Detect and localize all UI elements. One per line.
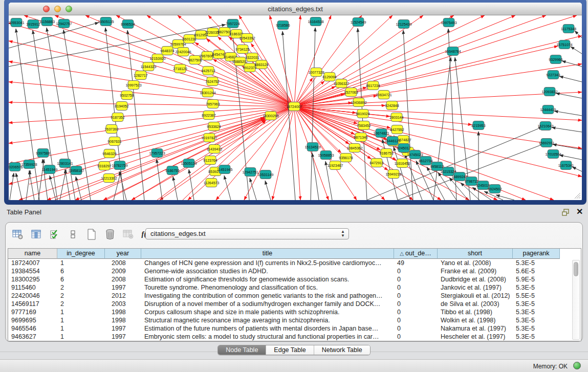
graph-node[interactable]: 15751074	[556, 40, 572, 49]
vertical-scrollbar[interactable]	[572, 260, 580, 340]
graph-node[interactable]: 7583452	[357, 121, 371, 130]
graph-node[interactable]: 18301244	[200, 89, 215, 97]
graph-node[interactable]: 9187352	[111, 113, 124, 122]
graph-node[interactable]: 15058853	[318, 151, 334, 160]
close-icon[interactable]: ✕	[576, 207, 583, 216]
table-cell[interactable]: Hescheler et al. (1997)	[438, 333, 513, 341]
graph-node[interactable]: 9356178	[339, 154, 353, 162]
table-cell[interactable]: Estimation of significance thresholds fo…	[141, 275, 394, 283]
table-row[interactable]: 969969511998Structural magnetic resonanc…	[8, 316, 581, 324]
graph-node[interactable]: 11175348	[561, 25, 576, 33]
table-cell[interactable]: Stergiakouli et al. (2012)	[438, 292, 513, 300]
table-cell[interactable]: 1997	[105, 283, 141, 292]
table-cell[interactable]: 18724007	[8, 259, 57, 267]
graph-node[interactable]: 9425712	[201, 67, 215, 75]
graph-node[interactable]: 8617234	[366, 81, 380, 90]
table-cell[interactable]: 5.5E-5	[513, 292, 560, 300]
table-cell[interactable]: 2	[57, 292, 105, 300]
graph-node[interactable]: 12803141	[57, 159, 73, 168]
graph-node[interactable]: 17016504	[545, 150, 561, 159]
table-cell[interactable]: 9465546	[8, 324, 57, 333]
graph-node[interactable]: 8427552	[390, 125, 404, 134]
graph-node[interactable]: 9502759	[120, 91, 134, 100]
graph-node[interactable]: 15692911	[539, 139, 555, 147]
table-cell[interactable]: 9463627	[8, 333, 57, 341]
graph-node[interactable]: 9186753	[379, 149, 393, 158]
table-cell[interactable]: 2008	[105, 275, 141, 283]
graph-node[interactable]: 20553041	[9, 18, 25, 27]
graph-node[interactable]: 11544323	[141, 62, 157, 71]
graph-node[interactable]: 9186755	[165, 166, 179, 175]
graph-node[interactable]: 16648784	[445, 47, 461, 56]
table-cell[interactable]: 0	[394, 300, 438, 308]
graph-node[interactable]: 11675341	[558, 161, 574, 170]
table-cell[interactable]: Changes of HCN gene expression and I(f) …	[141, 259, 394, 267]
table-cell[interactable]: 5.3E-5	[513, 308, 560, 316]
table-cell[interactable]: Jankovic et al. (1997)	[438, 283, 513, 292]
graph-node[interactable]: 15134519	[304, 143, 320, 151]
graph-node[interactable]: 8863124	[254, 60, 268, 69]
table-cell[interactable]: 0	[394, 316, 438, 324]
column-header-name[interactable]: name	[8, 249, 57, 259]
table-cell[interactable]: 5.3E-5	[513, 300, 560, 308]
table-cell[interactable]: 1998	[105, 316, 141, 324]
table-cell[interactable]: 5.3E-5	[513, 316, 560, 324]
graph-node[interactable]: 11923467	[328, 161, 343, 170]
graph-node[interactable]: 12093832	[541, 87, 557, 96]
table-cell[interactable]: de Silva et al. (2003)	[438, 300, 513, 308]
table-cell[interactable]: 9115460	[8, 283, 57, 292]
table-row[interactable]: 977716911998Corpus callosum shape and si…	[8, 308, 581, 316]
table-cell[interactable]: 2008	[105, 259, 141, 267]
float-window-icon[interactable]	[562, 208, 571, 216]
table-cell[interactable]: Structural magnetic resonance image aver…	[141, 316, 394, 324]
table-cell[interactable]: Tourette syndrome. Phenomenology and cla…	[141, 283, 394, 292]
table-cell[interactable]: 5.3E-5	[513, 259, 560, 267]
window-titlebar[interactable]: citations_edges.txt	[9, 3, 582, 15]
table-cell[interactable]: 5.6E-5	[513, 267, 560, 275]
table-cell[interactable]: 0	[394, 333, 438, 341]
table-options-icon[interactable]	[12, 228, 24, 240]
graph-node[interactable]: 13505135	[98, 17, 114, 26]
graph-node[interactable]: 11616453	[395, 159, 410, 168]
graph-node[interactable]: 11439412	[207, 145, 223, 154]
graph-node[interactable]: 9734125	[235, 45, 249, 54]
graph-node[interactable]: 9533624	[207, 122, 221, 131]
table-cell[interactable]: 14569117	[8, 300, 57, 308]
graph-node[interactable]: 10077328	[308, 68, 324, 77]
delete-column-icon[interactable]	[104, 228, 116, 240]
table-cell[interactable]: 0	[394, 308, 438, 316]
table-cell[interactable]: 49	[394, 259, 438, 267]
table-cell[interactable]: 1	[57, 259, 105, 267]
scrollbar-thumb[interactable]	[574, 262, 578, 276]
table-cell[interactable]: 0	[394, 283, 438, 292]
graph-node[interactable]: 10845362	[346, 144, 362, 152]
table-cell[interactable]: Corpus callosum shape and size in male p…	[141, 308, 394, 316]
graph-node[interactable]: 13958187	[68, 166, 84, 175]
table-row[interactable]: 911546021997Tourette syndrome. Phenomeno…	[8, 283, 581, 292]
graph-node[interactable]: 10197827	[201, 134, 217, 142]
column-header-title[interactable]: title	[141, 249, 394, 259]
table-cell[interactable]: 18300295	[8, 275, 57, 283]
table-row[interactable]: 946362711997Embryonic stem cells: a mode…	[8, 333, 581, 341]
table-cell[interactable]: 5.3E-5	[513, 333, 560, 341]
graph-node[interactable]: 10543392	[239, 34, 255, 42]
table-cell[interactable]: 1	[57, 324, 105, 333]
table-cell[interactable]: Nakamura et al. (1997)	[438, 324, 513, 333]
table-cell[interactable]: 2	[57, 300, 105, 308]
table-cell[interactable]: 1997	[105, 333, 141, 341]
graph-node[interactable]: 9067631	[107, 137, 121, 146]
table-cell[interactable]: 1998	[105, 308, 141, 316]
graph-node[interactable]: 9329966	[549, 55, 562, 64]
graph-node[interactable]: 16446121	[384, 137, 400, 145]
table-cell[interactable]: 0	[394, 275, 438, 283]
graph-node[interactable]: 15949218	[385, 170, 401, 179]
graph-node[interactable]: 7637392	[104, 125, 118, 134]
graph-node[interactable]: 11524549	[351, 18, 366, 27]
table-cell[interactable]: 2012	[105, 292, 141, 300]
graph-node[interactable]: 12125439	[396, 20, 411, 29]
table-cell[interactable]: Franke et al. (2009)	[438, 267, 513, 275]
table-cell[interactable]: 2003	[105, 300, 141, 308]
graph-node[interactable]: 16782759	[112, 161, 127, 170]
tab-network-table[interactable]: Network Table	[314, 345, 370, 355]
graph-node[interactable]: 12942757	[56, 19, 72, 28]
